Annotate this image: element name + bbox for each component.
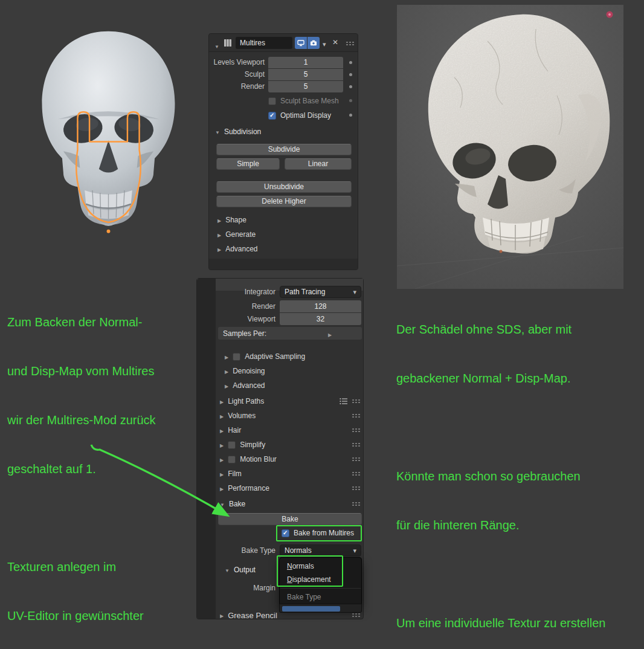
unsubdivide-button[interactable]: Unsubdivide (216, 181, 352, 193)
delete-higher-button[interactable]: Delete Higher (216, 196, 352, 207)
section-denoising[interactable]: Denoising (225, 364, 352, 378)
section-adaptive-sampling[interactable]: Adaptive Sampling (225, 350, 352, 363)
shape-panel-header[interactable]: Shape (217, 214, 246, 226)
levels-sculpt-field[interactable]: 5 (268, 69, 343, 80)
bake-from-multires-checkbox[interactable] (282, 529, 289, 537)
annotation-line: Texturen anlegen im (7, 559, 201, 575)
annotation-line: wir der Multires-Mod zurück (7, 412, 201, 428)
collapsed-arrow-icon (217, 230, 221, 239)
section-advanced[interactable]: Advanced (225, 379, 352, 392)
keyframe-dot[interactable] (349, 99, 352, 102)
tab-collection-properties[interactable] (197, 339, 363, 351)
output-panel-title: Output (234, 566, 256, 574)
collapsed-arrow-icon (217, 245, 221, 253)
optimal-display-checkbox[interactable] (268, 112, 276, 120)
multires-modifier-icon (223, 38, 233, 48)
expanded-arrow-icon (225, 566, 230, 574)
expanded-arrow-icon (215, 128, 220, 136)
modifier-drag-handle-icon[interactable] (346, 41, 355, 45)
generate-panel-header[interactable]: Generate (217, 228, 256, 241)
keyframe-dot[interactable] (349, 114, 352, 117)
output-panel-header[interactable]: Output (225, 564, 256, 576)
annotation-line: Der Schädel ohne SDS, aber mit (396, 321, 644, 338)
bake-type-menu: Normals Displacement Bake Type (279, 557, 362, 606)
drag-handle-icon[interactable] (352, 428, 361, 432)
axis-gizmo[interactable] (607, 11, 613, 18)
drag-handle-icon[interactable] (352, 399, 361, 403)
right-annotation: Der Schädel ohne SDS, aber mit gebackene… (396, 289, 644, 649)
origin-dot (107, 230, 111, 233)
levels-sculpt-label: Sculpt (209, 69, 265, 80)
tutorial-canvas: Multires ✕ Levels Viewport 1 Sculpt 5 Re… (0, 0, 644, 649)
samples-viewport-field[interactable]: 32 (280, 313, 361, 325)
collapsed-arrow-icon (217, 216, 221, 224)
section-volumes[interactable]: Volumes (220, 409, 347, 422)
bake-type-label: Bake Type (219, 544, 275, 557)
modifier-extras-dropdown-icon[interactable] (323, 38, 326, 49)
annotation-line: Zum Backen der Normal- (7, 314, 201, 331)
section-label: Grease Pencil (228, 611, 277, 620)
bake-type-dropdown[interactable]: Normals (280, 544, 361, 557)
keyframe-dot[interactable] (349, 61, 352, 64)
keyframe-dot[interactable] (349, 85, 352, 88)
menu-option-displacement[interactable]: Displacement (280, 573, 361, 586)
subdivide-linear-button[interactable]: Linear (285, 158, 352, 170)
skull-render-viewport[interactable] (397, 5, 623, 289)
modifier-expand-icon[interactable] (214, 40, 219, 51)
section-hair[interactable]: Hair (220, 424, 347, 437)
samples-per-label: Samples Per: (218, 329, 266, 338)
modifier-properties-editor: Multires ✕ Levels Viewport 1 Sculpt 5 Re… (208, 33, 358, 270)
camera-icon (310, 39, 317, 47)
dropdown-chevron-icon (353, 546, 356, 555)
modifier-name-field[interactable]: Multires (236, 37, 292, 49)
subdivision-panel-header[interactable]: Subdivision (215, 126, 261, 138)
collapsed-arrow-icon (220, 426, 224, 434)
annotation-line (396, 566, 644, 583)
advanced-panel-header[interactable]: Advanced (217, 243, 258, 255)
sculpt-base-mesh-checkbox[interactable] (268, 97, 276, 105)
origin-dot (500, 250, 503, 253)
keyframe-dot[interactable] (349, 73, 352, 76)
drag-handle-icon[interactable] (352, 471, 361, 476)
annotation-line: Könnte man schon so gebrauchen (396, 468, 644, 485)
menu-option-normals[interactable]: Normals (280, 560, 361, 573)
menu-separator (280, 588, 361, 589)
samples-render-label: Render (219, 300, 275, 312)
annotation-line: für die hinteren Ränge. (396, 517, 644, 534)
section-label: Hair (228, 426, 241, 434)
drag-handle-icon[interactable] (352, 486, 361, 490)
subdivide-button[interactable]: Subdivide (216, 144, 352, 155)
presets-icon[interactable] (340, 398, 348, 405)
integrator-dropdown[interactable]: Path Tracing (280, 286, 361, 298)
collapsed-arrow-icon (220, 611, 224, 619)
panel-footer (209, 259, 358, 270)
collapsed-arrow-icon (225, 381, 228, 390)
samples-render-field[interactable]: 128 (280, 300, 361, 312)
drag-handle-icon[interactable] (352, 413, 361, 418)
section-label: Volumes (228, 412, 256, 420)
integrator-value: Path Tracing (285, 288, 325, 296)
subdivide-simple-button[interactable]: Simple (216, 158, 280, 170)
levels-render-field[interactable]: 5 (268, 81, 343, 92)
display-viewport-toggle[interactable] (295, 37, 307, 49)
delete-modifier-button[interactable]: ✕ (332, 38, 338, 47)
samples-per-bar[interactable]: Samples Per: (218, 327, 362, 340)
dropdown-chevron-icon (353, 288, 356, 296)
annotation-line: und Disp-Map vom Multires (7, 363, 201, 379)
skull-front-viewport[interactable] (25, 23, 192, 257)
annotation-line: UV-Editor in gewünschter (7, 608, 201, 624)
generate-label: Generate (225, 230, 256, 239)
bake-from-multires-label: Bake from Multires (294, 529, 354, 537)
drag-handle-icon[interactable] (352, 613, 361, 617)
menu-tooltip-partial (279, 604, 362, 613)
drag-handle-icon[interactable] (352, 502, 361, 506)
menu-footer-label: Bake Type (280, 590, 361, 604)
display-render-toggle[interactable] (308, 37, 320, 49)
adaptive-sampling-checkbox[interactable] (233, 353, 240, 361)
section-light-paths[interactable]: Light Paths (220, 395, 338, 408)
drag-handle-icon[interactable] (352, 457, 361, 461)
levels-viewport-field[interactable]: 1 (268, 57, 343, 68)
sculpt-base-mesh-label: Sculpt Base Mesh (280, 97, 339, 105)
drag-handle-icon[interactable] (352, 442, 361, 447)
margin-label: Margin (219, 582, 275, 594)
